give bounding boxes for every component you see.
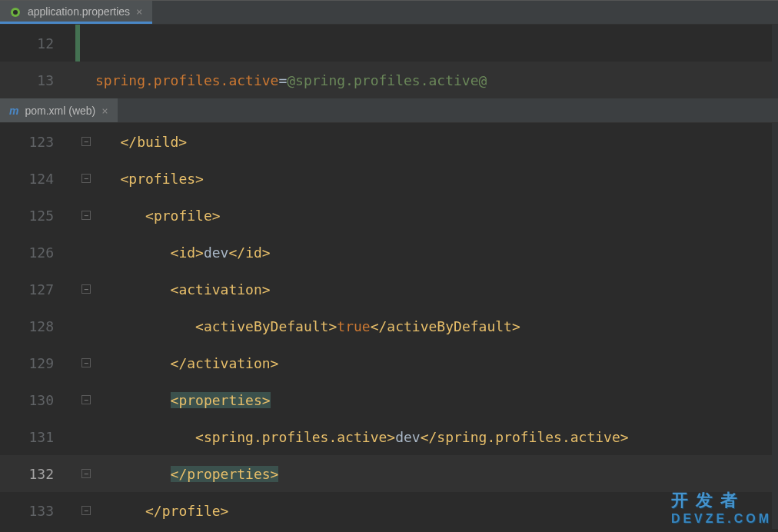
code-line: spring.profiles.active=@spring.profiles.… (75, 72, 487, 88)
line-number: 132 (0, 466, 75, 482)
editor-properties[interactable]: 12 13 spring.profiles.active=@spring.pro… (0, 25, 778, 98)
tab-label: pom.xml (web) (25, 105, 95, 117)
code-line: </build> (75, 134, 187, 150)
code-line: <spring.profiles.active>dev</spring.prof… (75, 429, 629, 445)
code-line: <profiles> (75, 171, 204, 187)
line-number: 12 (0, 35, 75, 52)
line-number: 124 (0, 171, 75, 187)
close-icon[interactable]: × (101, 105, 108, 117)
line-number: 13 (0, 72, 75, 88)
code-line: <profile> (75, 208, 221, 224)
editor-pom[interactable]: 123− </build>124− <profiles>125− <profil… (0, 123, 778, 529)
tab-label: application.properties (28, 5, 130, 18)
code-line: </properties> (75, 466, 278, 482)
code-line: <activation> (75, 281, 271, 298)
tab-application-properties[interactable]: application.properties × (0, 1, 152, 24)
line-number: 133 (0, 503, 75, 519)
line-number: 129 (0, 355, 75, 371)
line-number: 123 (0, 134, 75, 150)
line-number: 128 (0, 318, 75, 334)
change-marker (75, 25, 80, 62)
watermark: 开 发 者 DEVZE.COM (671, 489, 772, 526)
maven-icon: m (9, 105, 18, 117)
line-number: 130 (0, 392, 75, 408)
line-number: 126 (0, 244, 75, 261)
line-number: 125 (0, 208, 75, 224)
code-line: <id>dev</id> (75, 244, 271, 261)
code-line: <activeByDefault>true</activeByDefault> (75, 318, 520, 334)
spring-icon (9, 5, 22, 18)
tab-pom-xml[interactable]: m pom.xml (web) × (0, 98, 118, 122)
line-number: 127 (0, 281, 75, 298)
line-number: 131 (0, 429, 75, 445)
tab-bar-top: application.properties × (0, 0, 778, 25)
code-line: </profile> (75, 503, 228, 519)
close-icon[interactable]: × (136, 5, 142, 18)
code-line: <properties> (75, 392, 271, 408)
code-line: </activation> (75, 355, 278, 371)
svg-point-1 (13, 10, 18, 15)
tab-bar-bottom: m pom.xml (web) × (0, 98, 778, 123)
